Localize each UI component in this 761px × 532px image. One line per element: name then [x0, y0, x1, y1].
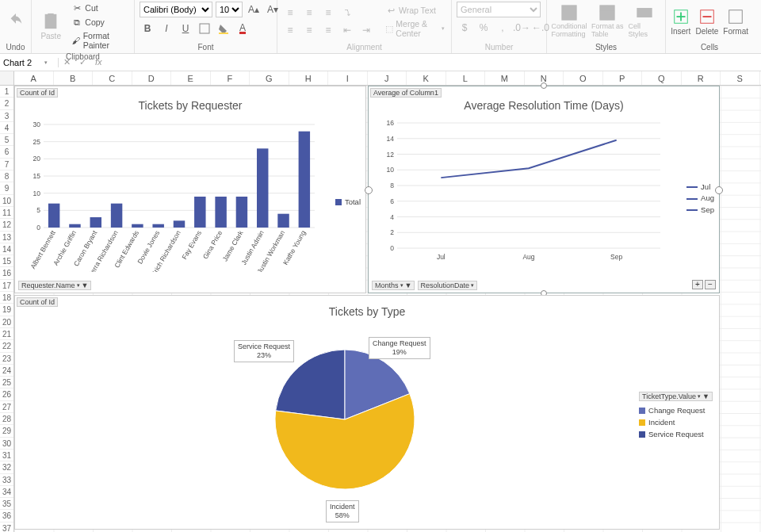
increase-decimal-button[interactable]: .0→ — [514, 20, 530, 36]
align-center-button[interactable]: ≡ — [301, 22, 317, 38]
column-header[interactable]: S — [721, 71, 760, 85]
row-header[interactable]: 27 — [0, 401, 13, 413]
italic-button[interactable]: I — [159, 21, 174, 36]
chart-zoom-out-button[interactable]: − — [705, 280, 716, 289]
row-header[interactable]: 37 — [0, 522, 13, 532]
row-header[interactable]: 10 — [0, 195, 13, 207]
row-header[interactable]: 30 — [0, 438, 13, 450]
comma-button[interactable]: , — [495, 20, 511, 36]
decrease-decimal-button[interactable]: ←.0 — [533, 20, 549, 36]
row-header[interactable]: 36 — [0, 510, 13, 522]
column-header[interactable]: Q — [642, 71, 682, 85]
chart-zoom-in-button[interactable]: + — [692, 280, 703, 289]
column-header[interactable]: I — [328, 71, 368, 85]
row-header[interactable]: 23 — [0, 353, 13, 365]
row-header[interactable]: 26 — [0, 388, 13, 400]
row-header[interactable]: 28 — [0, 413, 13, 425]
row-header[interactable]: 32 — [0, 461, 13, 473]
row-header[interactable]: 16 — [0, 267, 13, 279]
name-box-input[interactable] — [3, 58, 44, 67]
column-header[interactable]: J — [368, 71, 407, 85]
column-header[interactable]: H — [289, 71, 329, 85]
format-painter-button[interactable]: 🖌Format Painter — [70, 30, 129, 51]
accounting-button[interactable]: $ — [457, 20, 472, 36]
column-header[interactable]: M — [485, 71, 525, 85]
conditional-formatting-button[interactable]: Conditional Formatting — [552, 2, 587, 40]
row-header[interactable]: 17 — [0, 280, 13, 292]
font-size-select[interactable]: 10 — [216, 2, 243, 17]
row-header[interactable]: 24 — [0, 365, 13, 377]
row-header[interactable]: 1 — [0, 86, 13, 98]
column-header[interactable]: D — [132, 71, 172, 85]
cut-button[interactable]: ✂Cut — [70, 2, 129, 14]
insert-button[interactable]: Insert — [671, 2, 690, 40]
copy-button[interactable]: ⧉Copy — [70, 16, 129, 29]
wrap-text-button[interactable]: ↩Wrap Text — [384, 4, 446, 17]
column-header[interactable]: P — [603, 71, 643, 85]
row-header[interactable]: 20 — [0, 316, 13, 328]
row-header[interactable]: 6 — [0, 146, 13, 158]
increase-font-button[interactable]: A▴ — [246, 2, 262, 17]
row-header[interactable]: 18 — [0, 292, 13, 304]
fx-icon[interactable]: fx — [95, 57, 106, 68]
row-header[interactable]: 13 — [0, 232, 13, 243]
pivot-tickettype-field-button[interactable]: TicketType.Value▾▼ — [639, 392, 713, 401]
chart-tickets-by-type[interactable]: Count of Id Tickets by Type Service Requ… — [14, 295, 720, 530]
font-color-button[interactable]: A — [235, 21, 250, 36]
align-right-button[interactable]: ≡ — [320, 22, 336, 38]
cell-grid[interactable]: Count of Id Tickets by Requester 0510152… — [14, 86, 761, 532]
row-header[interactable]: 7 — [0, 159, 13, 170]
resize-handle-top[interactable] — [541, 82, 547, 89]
column-header[interactable]: C — [93, 71, 132, 85]
row-header[interactable]: 9 — [0, 182, 13, 194]
row-header[interactable]: 31 — [0, 450, 13, 461]
align-top-button[interactable]: ≡ — [282, 5, 298, 21]
pivot-months-field-button[interactable]: Months▾▼ — [372, 281, 415, 290]
row-header[interactable]: 15 — [0, 255, 13, 267]
row-header[interactable]: 19 — [0, 304, 13, 316]
row-header[interactable]: 11 — [0, 207, 13, 219]
underline-button[interactable]: U — [178, 21, 193, 36]
cancel-formula-icon[interactable]: ✕ — [63, 57, 75, 68]
row-header[interactable]: 8 — [0, 170, 13, 182]
font-name-select[interactable]: Calibri (Body) — [140, 2, 212, 17]
undo-button[interactable] — [5, 2, 26, 40]
row-header[interactable]: 3 — [0, 110, 13, 122]
column-header[interactable]: K — [407, 71, 446, 85]
align-middle-button[interactable]: ≡ — [301, 5, 317, 21]
chart-avg-resolution-time[interactable]: Average of Column1 Average Resolution Ti… — [368, 86, 720, 293]
increase-indent-button[interactable]: ⇥ — [358, 22, 374, 38]
cell-styles-button[interactable]: Cell Styles — [629, 2, 661, 40]
decrease-indent-button[interactable]: ⇤ — [339, 22, 355, 38]
merge-center-button[interactable]: ⬚Merge & Center ▾ — [384, 18, 446, 39]
row-header[interactable]: 14 — [0, 243, 13, 255]
select-all-corner[interactable] — [0, 71, 14, 85]
column-header[interactable]: E — [171, 71, 211, 85]
orientation-button[interactable]: ⭝ — [339, 5, 355, 21]
row-header[interactable]: 34 — [0, 486, 13, 498]
enter-formula-icon[interactable]: ✓ — [79, 57, 90, 68]
row-header[interactable]: 33 — [0, 474, 13, 486]
row-header[interactable]: 29 — [0, 425, 13, 437]
column-header[interactable]: A — [14, 71, 54, 85]
fill-color-button[interactable] — [216, 21, 231, 36]
row-header[interactable]: 22 — [0, 340, 13, 352]
row-header[interactable]: 12 — [0, 219, 13, 231]
column-header[interactable]: O — [564, 71, 603, 85]
column-header[interactable]: F — [211, 71, 250, 85]
column-header[interactable]: G — [250, 71, 289, 85]
align-bottom-button[interactable]: ≡ — [320, 5, 336, 21]
bold-button[interactable]: B — [140, 21, 155, 36]
align-left-button[interactable]: ≡ — [282, 22, 298, 38]
chart-tickets-by-requester[interactable]: Count of Id Tickets by Requester 0510152… — [14, 86, 366, 293]
delete-button[interactable]: Delete — [695, 2, 718, 40]
percent-button[interactable]: % — [476, 20, 491, 36]
row-header[interactable]: 4 — [0, 122, 13, 134]
worksheet[interactable]: 1234567891011121314151617181920212223242… — [0, 86, 761, 532]
column-header[interactable]: B — [54, 71, 94, 85]
format-button[interactable]: Format — [723, 2, 748, 40]
borders-button[interactable] — [197, 21, 212, 36]
column-header[interactable]: L — [446, 71, 486, 85]
number-format-select[interactable]: General — [457, 2, 541, 17]
row-header[interactable]: 35 — [0, 498, 13, 510]
